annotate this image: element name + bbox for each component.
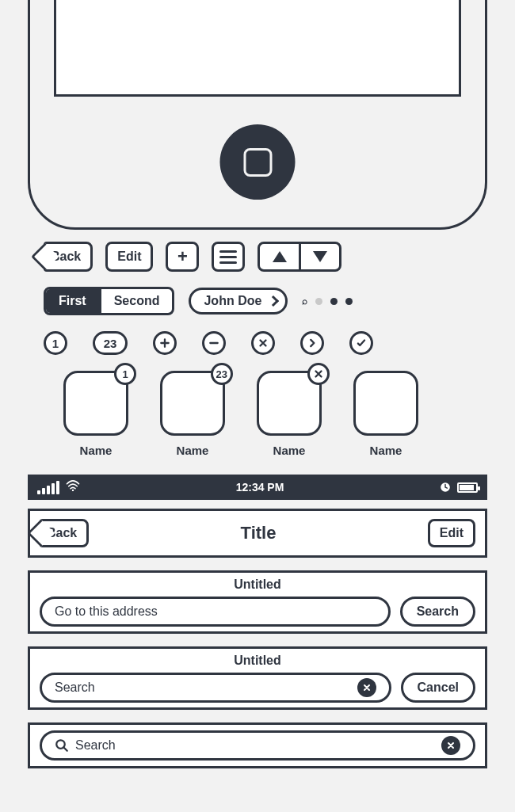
- plus-icon: +: [177, 246, 188, 267]
- clock-icon: [440, 482, 451, 493]
- badge-23-label: 23: [104, 337, 117, 350]
- nav-title: Title: [241, 523, 277, 543]
- badge-23-icon[interactable]: 23: [93, 331, 128, 355]
- plus-circle-icon[interactable]: [153, 331, 177, 355]
- status-bar: 12:34 PM: [28, 475, 487, 500]
- simple-search-input[interactable]: Search: [40, 730, 475, 761]
- app-label: Name: [370, 444, 402, 457]
- nav-edit-button[interactable]: Edit: [428, 519, 475, 547]
- nav-back-label: Back: [47, 526, 77, 540]
- home-button-square-icon: [243, 148, 272, 177]
- search-dot-icon[interactable]: ⌕: [302, 295, 307, 307]
- badge-1-icon[interactable]: 1: [44, 331, 67, 355]
- segment-second-label: Second: [114, 294, 160, 307]
- triangle-down-icon: [313, 251, 327, 262]
- chevron-right-icon: [268, 295, 279, 307]
- minus-circle-icon[interactable]: [202, 331, 226, 355]
- svg-point-0: [72, 490, 74, 491]
- close-icon: [446, 741, 456, 750]
- search-panel-title: Untitled: [40, 654, 475, 668]
- app-icons-row: 1 Name 23 Name Name Name: [63, 371, 418, 457]
- page-dot[interactable]: [330, 298, 338, 305]
- clear-button[interactable]: [357, 678, 376, 697]
- add-button[interactable]: +: [166, 242, 199, 272]
- simple-search-panel: Search: [28, 722, 487, 768]
- check-circle-icon[interactable]: [349, 331, 373, 355]
- app-icon-item[interactable]: Name: [353, 371, 418, 457]
- app-label: Name: [177, 444, 209, 457]
- segment-first[interactable]: First: [46, 289, 99, 313]
- search-input-placeholder: Search: [55, 680, 95, 695]
- status-left: [37, 480, 80, 494]
- chevron-circle-icon[interactable]: [300, 331, 324, 355]
- step-up-button[interactable]: [260, 244, 301, 269]
- app-icon-item[interactable]: 23 Name: [160, 371, 225, 457]
- address-input-placeholder: Go to this address: [55, 604, 158, 619]
- battery-icon: [457, 482, 478, 493]
- search-bar-panel: Untitled Search Cancel: [28, 646, 487, 710]
- app-icon-item[interactable]: Name: [257, 371, 322, 457]
- app-tile: [353, 371, 418, 436]
- page-dot[interactable]: [345, 298, 353, 305]
- hamburger-icon: [219, 250, 237, 264]
- app-close-badge[interactable]: [307, 363, 330, 385]
- badge-1-label: 1: [52, 337, 59, 350]
- app-badge-label: 1: [122, 368, 128, 380]
- stepper-up-down: [258, 242, 341, 272]
- back-button-label: Back: [51, 250, 81, 264]
- segmented-row: First Second John Doe ⌕: [44, 287, 353, 315]
- nav-edit-label: Edit: [440, 526, 464, 540]
- signal-icon: [37, 481, 59, 494]
- nav-back-button[interactable]: Back: [40, 519, 89, 547]
- page-dot[interactable]: [315, 298, 322, 305]
- address-search-label: Search: [417, 604, 459, 619]
- app-badge: 23: [211, 363, 233, 385]
- circle-icons-row: 1 23: [44, 331, 373, 355]
- contact-chip[interactable]: John Doe: [189, 288, 288, 315]
- segment-second[interactable]: Second: [99, 289, 173, 313]
- search-input[interactable]: Search: [40, 673, 391, 703]
- app-icon-item[interactable]: 1 Name: [63, 371, 128, 457]
- back-button[interactable]: Back: [44, 242, 93, 272]
- page-dots: ⌕: [302, 295, 353, 307]
- toolbar-row: Back Edit +: [44, 242, 341, 272]
- address-search-button[interactable]: Search: [400, 597, 475, 627]
- edit-button[interactable]: Edit: [105, 242, 153, 272]
- simple-clear-button[interactable]: [441, 736, 460, 755]
- close-circle-icon[interactable]: [251, 331, 275, 355]
- address-bar-panel: Untitled Go to this address Search: [28, 570, 487, 634]
- navigation-bar: Back Title Edit: [28, 509, 487, 558]
- app-badge: 1: [114, 363, 136, 385]
- segment-first-label: First: [59, 294, 86, 307]
- address-panel-title: Untitled: [40, 578, 475, 592]
- app-badge-label: 23: [216, 368, 227, 380]
- edit-button-label: Edit: [117, 250, 141, 264]
- triangle-up-icon: [273, 251, 287, 262]
- home-button[interactable]: [220, 124, 296, 200]
- close-icon: [362, 683, 372, 692]
- menu-button[interactable]: [212, 242, 245, 272]
- app-label: Name: [273, 444, 306, 457]
- step-down-button[interactable]: [301, 244, 340, 269]
- app-label: Name: [80, 444, 113, 457]
- simple-search-placeholder: Search: [75, 738, 116, 753]
- status-right: [440, 482, 478, 493]
- contact-chip-label: John Doe: [204, 294, 261, 308]
- status-time: 12:34 PM: [236, 481, 284, 494]
- phone-screen: [54, 0, 461, 97]
- phone-frame: [28, 0, 487, 230]
- address-input[interactable]: Go to this address: [40, 597, 391, 627]
- cancel-button-label: Cancel: [418, 680, 459, 695]
- wifi-icon: [66, 480, 80, 494]
- segmented-control: First Second: [44, 287, 174, 315]
- search-icon: [55, 738, 69, 753]
- cancel-button[interactable]: Cancel: [401, 673, 475, 703]
